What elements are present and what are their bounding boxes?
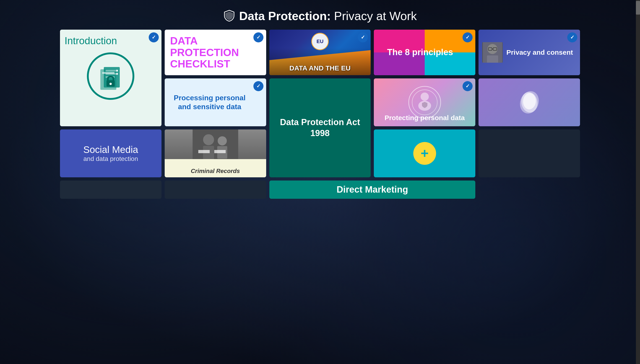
processing-title: Processing personal and sensitive data [169, 94, 262, 111]
svg-rect-30 [214, 150, 226, 153]
card-bottom-3[interactable] [165, 180, 266, 199]
card-privacy[interactable]: Privacy and consent [478, 30, 580, 75]
shield-icon [223, 9, 235, 22]
card-bottom-1[interactable] [478, 130, 580, 177]
check-badge-introduction [149, 32, 159, 42]
course-grid: Introduction DATA PROTECTI [46, 30, 594, 212]
introduction-illustration [60, 49, 162, 104]
social-subtitle: and data protection [83, 155, 138, 162]
svg-rect-29 [198, 150, 210, 153]
card-direct[interactable]: Direct Marketing [269, 180, 475, 199]
svg-point-8 [110, 83, 112, 85]
check-badge-processing [253, 81, 263, 91]
criminal-photo [165, 130, 266, 159]
privacy-person-thumbnail [482, 42, 503, 63]
checklist-title: DATA PROTECTION CHECKLIST [170, 35, 261, 70]
card-social[interactable]: Social Media and data protection [60, 130, 162, 177]
check-badge-protecting [462, 81, 473, 91]
protecting-title: Protecting personal data [385, 114, 465, 122]
svg-rect-6 [102, 72, 115, 74]
criminal-title: Criminal Records [191, 168, 240, 174]
card-processing[interactable]: Processing personal and sensitive data [165, 78, 266, 126]
privacy-title: Privacy and consent [506, 48, 576, 56]
blob-illustration [516, 89, 543, 116]
card-protecting[interactable]: Protecting personal data [374, 78, 475, 126]
check-badge-principles [462, 32, 473, 42]
check-badge-privacy [567, 32, 577, 42]
social-title: Social Media [83, 144, 138, 155]
add-plus-circle: + [413, 142, 436, 165]
page-header: Data Protection: Privacy at Work [0, 0, 640, 30]
dpa-title: Data Protection Act 1998 [274, 117, 366, 138]
card-criminal[interactable]: Criminal Records [165, 130, 266, 177]
svg-point-19 [421, 92, 429, 101]
svg-point-25 [203, 134, 214, 145]
card-dpa[interactable]: Data Protection Act 1998 [269, 78, 371, 177]
svg-rect-24 [193, 130, 238, 159]
page-title: Data Protection: Privacy at Work [239, 9, 417, 23]
card-bottom-2[interactable] [60, 180, 162, 199]
card-add[interactable]: + [374, 130, 475, 177]
card-checklist[interactable]: DATA PROTECTION CHECKLIST [165, 30, 266, 75]
card-blob[interactable] [478, 78, 580, 126]
direct-title: Direct Marketing [337, 184, 408, 195]
card-principles[interactable]: The 8 principles [374, 30, 475, 75]
svg-point-27 [218, 136, 227, 146]
svg-rect-12 [487, 56, 498, 63]
introduction-title: Introduction [65, 35, 117, 46]
check-badge-checklist [253, 32, 263, 42]
eu-card-title: DATA AND THE EU [269, 61, 371, 75]
card-introduction[interactable]: Introduction [60, 30, 162, 126]
card-eu[interactable]: EU DATA AND THE EU [269, 30, 371, 75]
principles-title: The 8 principles [385, 48, 464, 57]
